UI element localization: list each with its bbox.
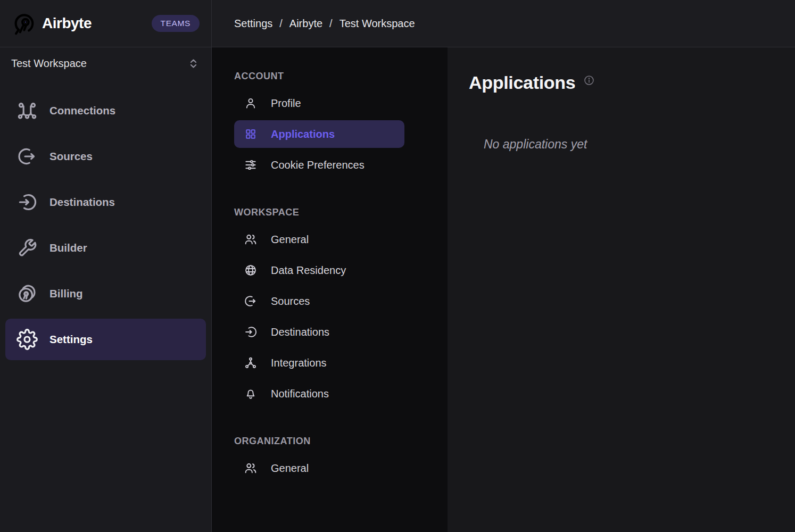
settings-item-label: Profile [271, 97, 301, 110]
settings-item-label: General [271, 462, 309, 475]
airbyte-logo-icon [12, 11, 36, 36]
breadcrumb-settings[interactable]: Settings [234, 18, 272, 30]
settings-item-notifications[interactable]: Notifications [234, 380, 404, 408]
info-icon[interactable] [583, 74, 595, 86]
brand-name: Airbyte [42, 15, 92, 32]
settings-item-destinations[interactable]: Destinations [234, 318, 404, 346]
chevron-up-down-icon [187, 57, 200, 70]
molecule-icon [244, 356, 258, 370]
settings-item-applications[interactable]: Applications [234, 120, 404, 148]
sliders-icon [244, 158, 258, 172]
topbar-breadcrumb-area: Settings / Airbyte / Test Workspace [212, 0, 795, 47]
settings-item-label: Sources [271, 295, 310, 307]
sidebar-item-connections[interactable]: Connections [5, 90, 206, 131]
destination-icon [244, 325, 258, 339]
settings-item-sources[interactable]: Sources [234, 287, 404, 315]
sidebar: Test Workspace [0, 47, 212, 532]
wrench-icon [16, 237, 38, 259]
teams-badge: TEAMS [152, 15, 200, 32]
sidebar-item-label: Sources [49, 150, 93, 163]
settings-section-organization: ORGANIZATION General [234, 435, 448, 482]
bell-icon [244, 387, 258, 401]
sidebar-item-label: Billing [49, 287, 83, 300]
breadcrumb-separator: / [279, 18, 283, 30]
sidebar-item-billing[interactable]: Billing [5, 273, 206, 314]
settings-section-workspace: WORKSPACE General [234, 206, 448, 408]
sidebar-item-label: Destinations [49, 196, 115, 209]
settings-item-cookie-preferences[interactable]: Cookie Preferences [234, 151, 404, 179]
sidebar-item-sources[interactable]: Sources [5, 136, 206, 177]
settings-item-data-residency[interactable]: Data Residency [234, 256, 404, 284]
sidebar-nav: Connections Sources [0, 90, 211, 364]
destination-icon [16, 192, 38, 213]
airbyte-logo-link[interactable]: Airbyte [12, 11, 92, 36]
workspace-selector[interactable]: Test Workspace [0, 47, 211, 79]
breadcrumb-airbyte[interactable]: Airbyte [289, 18, 322, 30]
topbar-brand-area: Airbyte TEAMS [0, 0, 212, 47]
breadcrumb-separator: / [329, 18, 333, 30]
source-icon [244, 294, 258, 308]
person-icon [244, 96, 258, 110]
breadcrumb: Settings / Airbyte / Test Workspace [234, 18, 415, 30]
page-title: Applications [469, 71, 575, 94]
settings-item-label: Applications [271, 128, 335, 140]
settings-item-label: Notifications [271, 388, 329, 400]
source-icon [16, 146, 38, 167]
people-icon [244, 461, 258, 475]
section-title: ACCOUNT [234, 70, 448, 82]
topbar: Airbyte TEAMS Settings / Airbyte / Test … [0, 0, 795, 47]
settings-item-profile[interactable]: Profile [234, 89, 404, 117]
settings-item-label: Integrations [271, 357, 327, 369]
sidebar-item-label: Connections [49, 104, 115, 117]
settings-item-label: General [271, 234, 309, 246]
settings-section-account: ACCOUNT Profile [234, 70, 448, 179]
section-title: WORKSPACE [234, 206, 448, 218]
gear-icon [16, 329, 38, 350]
settings-nav: ACCOUNT Profile [212, 47, 448, 532]
settings-item-integrations[interactable]: Integrations [234, 349, 404, 377]
globe-icon [244, 263, 258, 277]
grid-icon [244, 127, 258, 141]
settings-item-general-organization[interactable]: General [234, 454, 404, 482]
settings-item-general-workspace[interactable]: General [234, 226, 404, 253]
connections-icon [16, 100, 38, 121]
workspace-name: Test Workspace [11, 57, 87, 70]
sidebar-item-label: Builder [49, 242, 87, 254]
sidebar-item-label: Settings [49, 333, 93, 346]
people-icon [244, 232, 258, 246]
billing-icon [16, 283, 38, 304]
settings-item-label: Destinations [271, 326, 329, 338]
breadcrumb-current: Test Workspace [339, 18, 415, 30]
settings-item-label: Data Residency [271, 264, 346, 277]
sidebar-item-settings[interactable]: Settings [5, 319, 206, 360]
main-content: Applications No applications yet [448, 47, 795, 532]
section-title: ORGANIZATION [234, 435, 448, 447]
empty-state-message: No applications yet [484, 137, 774, 152]
app-window: Airbyte TEAMS Settings / Airbyte / Test … [0, 0, 795, 532]
sidebar-item-destinations[interactable]: Destinations [5, 181, 206, 223]
sidebar-item-builder[interactable]: Builder [5, 227, 206, 269]
settings-item-label: Cookie Preferences [271, 159, 365, 171]
